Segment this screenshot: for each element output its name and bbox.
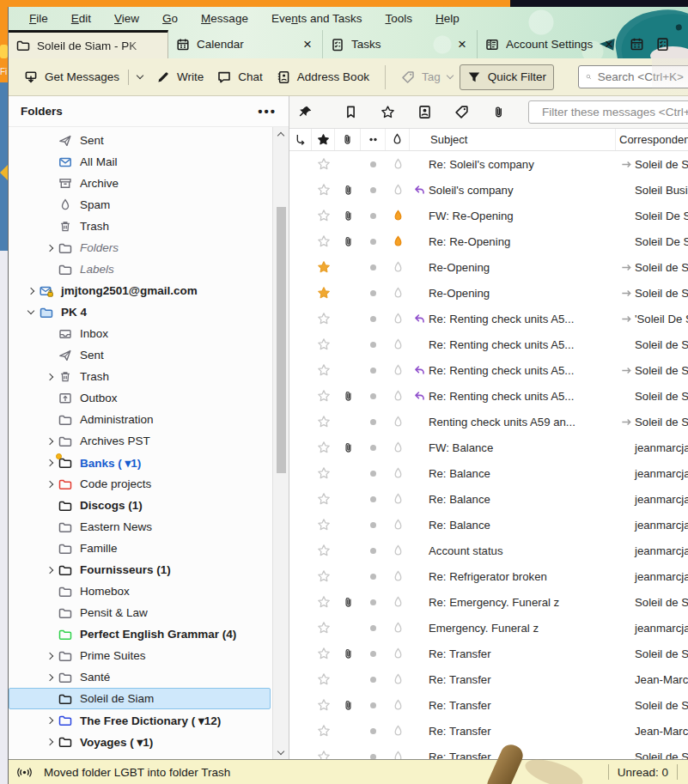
star-filled-icon[interactable] — [312, 260, 335, 274]
read-status-dot[interactable] — [370, 548, 376, 554]
read-status-dot[interactable] — [370, 702, 376, 708]
star-outline-icon[interactable] — [312, 518, 335, 532]
message-row[interactable]: Soleil's companySoleil Business — [289, 177, 688, 203]
folder-all-mail[interactable]: All Mail — [9, 151, 271, 173]
folder-sent[interactable]: Sent — [9, 344, 271, 366]
not-junk-flame-icon[interactable] — [386, 467, 410, 480]
not-junk-flame-icon[interactable] — [386, 261, 410, 274]
read-status-dot[interactable] — [370, 290, 376, 296]
folder-prime-suites[interactable]: Prime Suites — [9, 645, 271, 666]
star-outline-icon[interactable] — [312, 621, 335, 635]
folder-the-free-dictionary-12[interactable]: The Free Dictionary ( ▾12) — [9, 709, 271, 731]
chevron-right-icon[interactable] — [42, 675, 58, 680]
menu-help[interactable]: Help — [435, 12, 460, 25]
message-row[interactable]: Re: Balancejeanmarcjala — [289, 460, 688, 486]
tab-soleil-de-siam-pk[interactable]: Soleil de Siam - PK — [9, 30, 168, 58]
scrollbar-track[interactable] — [273, 141, 289, 745]
message-row[interactable]: FW: Re-OpeningSoleil De Siam — [289, 203, 688, 228]
message-row[interactable]: Re: TransferSoleil de Siam — [289, 641, 688, 666]
folder-inbox[interactable]: Inbox — [9, 323, 271, 344]
column-attachments[interactable] — [335, 129, 361, 150]
filter-attachment-button[interactable] — [491, 105, 506, 119]
write-button[interactable]: Write — [149, 65, 210, 89]
chevron-right-icon[interactable] — [23, 289, 39, 294]
not-junk-flame-icon[interactable] — [386, 544, 410, 557]
column-subject[interactable]: Subject — [410, 129, 616, 150]
chevron-down-icon[interactable] — [23, 311, 39, 313]
scrollbar-thumb[interactable] — [277, 207, 286, 473]
star-outline-icon[interactable] — [312, 415, 335, 428]
folder-administration[interactable]: Administration — [9, 409, 271, 430]
folder-eastern-news[interactable]: Eastern News — [9, 516, 271, 538]
chevron-right-icon[interactable] — [42, 439, 58, 444]
read-status-dot[interactable] — [370, 213, 376, 219]
column-starred[interactable] — [312, 129, 335, 150]
star-outline-icon[interactable] — [312, 389, 335, 403]
read-status-dot[interactable] — [370, 161, 376, 167]
message-row[interactable]: Emergency. Funeral zjeanmarcjala — [289, 615, 688, 641]
read-status-dot[interactable] — [370, 728, 376, 734]
get-messages-button[interactable]: Get Messages — [17, 64, 149, 90]
not-junk-flame-icon[interactable] — [386, 622, 410, 635]
star-outline-icon[interactable] — [312, 724, 335, 738]
menu-tools[interactable]: Tools — [385, 12, 412, 25]
sticky-filter-button[interactable] — [298, 105, 313, 119]
not-junk-flame-icon[interactable] — [386, 493, 410, 506]
scroll-down-icon[interactable] — [273, 745, 289, 759]
menu-go[interactable]: Go — [162, 12, 178, 25]
scroll-up-icon[interactable] — [273, 127, 289, 141]
filter-tags-button[interactable] — [454, 105, 469, 119]
star-outline-icon[interactable] — [312, 157, 335, 171]
global-search-input[interactable]: Search <Ctrl+K> — [578, 65, 688, 88]
star-outline-icon[interactable] — [312, 544, 335, 557]
read-status-dot[interactable] — [370, 264, 376, 270]
read-status-dot[interactable] — [370, 419, 376, 425]
read-status-dot[interactable] — [370, 677, 376, 683]
message-row[interactable]: Re: Re-OpeningSoleil De Siam — [289, 228, 688, 254]
folder-voyages-1[interactable]: Voyages ( ▾1) — [9, 731, 271, 752]
not-junk-flame-icon[interactable] — [386, 673, 410, 686]
chat-button[interactable]: Chat — [210, 65, 270, 89]
folder-homebox[interactable]: Homebox — [9, 580, 271, 602]
not-junk-flame-icon[interactable] — [386, 287, 410, 300]
chevron-right-icon[interactable] — [42, 374, 58, 380]
close-icon[interactable]: × — [602, 37, 616, 52]
folder-sent[interactable]: Sent — [9, 130, 271, 151]
folder-fournisseurs-1[interactable]: Fournisseurs (1) — [9, 559, 271, 580]
tab-account-settings[interactable]: Account Settings× — [478, 30, 624, 58]
folder-trash[interactable]: Trash — [9, 366, 271, 387]
read-status-dot[interactable] — [370, 342, 376, 348]
menu-file[interactable]: File — [29, 12, 48, 25]
folder-jmjtong2501-gmail-com[interactable]: jmjtong2501@gmail.com — [9, 280, 271, 301]
folder-discogs-1[interactable]: Discogs (1) — [9, 495, 271, 516]
message-row[interactable]: Re: Renting check units A5...Soleil de S… — [289, 357, 688, 383]
message-row[interactable]: Account statusjeanmarcjala — [289, 538, 688, 563]
not-junk-flame-icon[interactable] — [386, 364, 410, 377]
message-row[interactable]: Re-OpeningSoleil de Siam — [289, 280, 688, 306]
read-status-dot[interactable] — [370, 393, 376, 399]
not-junk-flame-icon[interactable] — [386, 647, 410, 660]
read-status-dot[interactable] — [370, 316, 376, 322]
column-correspondent[interactable]: Correspondent — [616, 129, 688, 150]
message-row[interactable]: Re: Refrigerator brokenjeanmarcjala — [289, 563, 688, 589]
folder-perfect-english-grammar-4[interactable]: Perfect English Grammar (4) — [9, 623, 271, 645]
star-outline-icon[interactable] — [312, 337, 335, 351]
star-outline-icon[interactable] — [312, 312, 335, 325]
not-junk-flame-icon[interactable] — [386, 570, 410, 583]
read-status-dot[interactable] — [370, 239, 376, 245]
not-junk-flame-icon[interactable] — [386, 338, 410, 351]
folder-labels[interactable]: Labels — [9, 258, 271, 280]
star-outline-icon[interactable] — [312, 363, 335, 377]
folder-code-projects[interactable]: Code projects — [9, 473, 271, 495]
star-outline-icon[interactable] — [312, 183, 335, 197]
read-status-dot[interactable] — [370, 368, 376, 374]
folder-archives-pst[interactable]: Archives PST — [9, 430, 271, 452]
close-icon[interactable]: × — [455, 37, 469, 52]
not-junk-flame-icon[interactable] — [386, 184, 410, 197]
chevron-right-icon[interactable] — [42, 568, 58, 573]
column-thread[interactable] — [289, 129, 312, 150]
folder-banks-1[interactable]: Banks ( ▾1) — [9, 452, 271, 473]
folder-scrollbar[interactable] — [272, 127, 289, 759]
folder-trash[interactable]: Trash — [9, 216, 271, 237]
star-outline-icon[interactable] — [312, 209, 335, 222]
